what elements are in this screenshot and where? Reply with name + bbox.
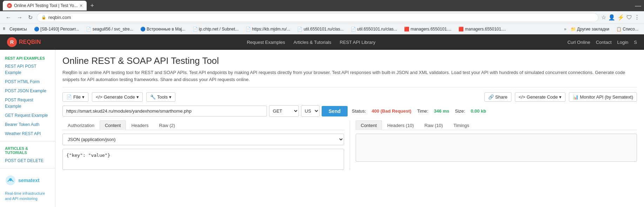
nav-right: Curl Online Contact Login S (568, 40, 637, 45)
tab-response-raw[interactable]: Raw (10) (419, 120, 448, 130)
site-wrapper: R REQBIN Request Examples Articles & Tut… (0, 34, 644, 207)
reload-btn[interactable]: ↻ (27, 14, 34, 21)
tab-close-btn[interactable]: × (80, 3, 82, 8)
bookmark-item[interactable]: 📄 https://kb.mjdm.ru/... (243, 26, 293, 32)
generate-code-right-btn[interactable]: </> Generate Code ▾ (515, 92, 566, 102)
menu-icon[interactable]: ⋮ (634, 14, 640, 21)
generate-code-right-label: Generate Code (526, 94, 558, 100)
sematext-label: sematext (18, 178, 40, 183)
nav-articles-tutorials[interactable]: Articles & Tutorials (294, 40, 331, 45)
nav-rest-api-library[interactable]: REST API Library (340, 40, 376, 45)
location-select[interactable]: US EU AS (301, 105, 320, 117)
sidebar-divider-2 (0, 168, 55, 168)
address-bar: ← → ↻ 🔒 reqbin.com ☆ 👤 ⚡ 🛡 ⋮ (0, 11, 644, 24)
content-type-select[interactable]: JSON (application/json) XML (application… (62, 134, 344, 145)
status-bar: Status: 400 (Bad Request) Time: 346 ms S… (352, 108, 637, 114)
url-input[interactable] (62, 106, 267, 116)
tab-response-headers[interactable]: Headers (10) (382, 120, 419, 130)
sidebar-item-post-get-delete[interactable]: POST GET DELETE (0, 156, 55, 165)
time-value: 346 ms (434, 108, 449, 114)
site-logo[interactable]: R REQBIN (7, 37, 41, 47)
minimize-btn[interactable]: — (635, 2, 641, 9)
extensions-icon[interactable]: ⚡ (617, 14, 624, 21)
nav-signup[interactable]: S (634, 40, 637, 45)
nav-login[interactable]: Login (617, 40, 629, 45)
logo-text: REQBIN (19, 39, 41, 45)
nav-contact[interactable]: Contact (596, 40, 612, 45)
sidebar-item-rest-post[interactable]: REST API POST Example (0, 62, 55, 77)
forward-btn[interactable]: → (15, 14, 24, 21)
file-btn[interactable]: 📄 File ▾ (62, 92, 88, 102)
response-body (356, 134, 637, 162)
sidebar-item-get-request[interactable]: GET Request Example (0, 111, 55, 120)
send-btn[interactable]: Send (322, 106, 348, 116)
bookmark-item[interactable]: 📄 util.6550101.ru/clas... (294, 26, 346, 32)
nav-links: Request Examples Articles & Tutorials RE… (55, 40, 567, 45)
list-bookmarks[interactable]: 📋 Списо... (613, 26, 641, 32)
left-panel: Authorization Content Headers Raw (2) JS… (62, 120, 344, 170)
bookmark-item[interactable]: 🔵 Встроенные в Maj... (137, 26, 188, 32)
sidebar-item-post-html[interactable]: POST HTML Form (0, 77, 55, 86)
code-right-icon: </> (519, 94, 525, 100)
tab-response-content[interactable]: Content (356, 120, 382, 130)
tab-content[interactable]: Content (100, 120, 126, 130)
generate-code-btn[interactable]: </> Generate Code ▾ (92, 92, 143, 102)
nav-curl-online[interactable]: Curl Online (568, 40, 590, 45)
bookmark-item[interactable]: 🟥 managers.6550101.... (456, 26, 509, 32)
site-nav: R REQBIN Request Examples Articles & Tut… (0, 34, 644, 50)
bookmark-item[interactable]: 📄 ip.chtp.net / Subnet... (190, 26, 242, 32)
star-icon[interactable]: ☆ (601, 14, 606, 21)
share-label: Share (495, 94, 508, 100)
generate-dropdown-icon: ▾ (136, 94, 139, 100)
right-panel: Content Headers (10) Raw (10) Timings (350, 120, 637, 170)
tools-label: Tools (157, 94, 168, 100)
file-label: File (73, 94, 81, 100)
tools-icon: 🔧 (150, 94, 156, 100)
generate-code-label: Generate Code (104, 94, 135, 100)
sidebar: REST API EXAMPLES REST API POST Example … (0, 50, 55, 207)
code-icon: </> (96, 94, 102, 100)
apps-icon[interactable]: ⠿ (3, 27, 5, 31)
sidebar-sematext-logo: sematext (0, 171, 55, 189)
tools-btn[interactable]: 🔧 Tools ▾ (146, 92, 175, 102)
monitor-btn[interactable]: 📊 Monitor API (by Sematext) (569, 92, 637, 102)
sidebar-item-post-json[interactable]: POST JSON Example (0, 86, 55, 95)
nav-request-examples[interactable]: Request Examples (247, 40, 285, 45)
back-btn[interactable]: ← (4, 14, 13, 21)
bookmark-item[interactable]: 📄 seagull56 / svc_stre... (83, 26, 136, 32)
sematext-desc: Real-time infrastructure and API monitor… (0, 189, 55, 203)
new-tab-btn[interactable]: + (90, 2, 94, 9)
bookmark-item[interactable]: Сервисы (7, 26, 30, 32)
tab-response-timings[interactable]: Timings (448, 120, 475, 130)
browser-chrome: R Online API Testing Tool | Test Yo... ×… (0, 0, 644, 11)
size-value: 0.00 kb (471, 108, 486, 114)
sidebar-item-bearer-token[interactable]: Bearer Token Auth (0, 120, 55, 129)
other-bookmarks[interactable]: 📁 Другие закладки (568, 26, 612, 32)
sidebar-item-post-request[interactable]: POST Request Example (0, 95, 55, 111)
tab-authorization[interactable]: Authorization (62, 120, 100, 130)
time-label: Time: (417, 108, 428, 114)
url-text: reqbin.com (48, 15, 71, 20)
status-value: 400 (Bad Request) (371, 108, 411, 114)
profile-icon[interactable]: 👤 (608, 14, 615, 21)
content-type-row: JSON (application/json) XML (application… (62, 134, 344, 145)
file-dropdown-icon: ▾ (82, 94, 85, 100)
more-bookmarks-btn[interactable]: » (564, 27, 566, 32)
main-content: REST API EXAMPLES REST API POST Example … (0, 50, 644, 207)
monitor-label: Monitor API (by Sematext) (580, 94, 633, 100)
bookmark-item[interactable]: 🟥 managers.6550101.... (401, 26, 454, 32)
tools-dropdown-icon: ▾ (169, 94, 172, 100)
sematext-logo[interactable]: sematext (5, 175, 50, 186)
tab-headers[interactable]: Headers (126, 120, 154, 130)
browser-tab[interactable]: R Online API Testing Tool | Test Yo... × (3, 1, 87, 11)
url-bar[interactable]: 🔒 reqbin.com (37, 13, 598, 22)
share-btn[interactable]: 🔗 Share (484, 92, 511, 102)
sidebar-item-weather-rest[interactable]: Weather REST API (0, 129, 55, 138)
shield-icon[interactable]: 🛡 (626, 14, 632, 21)
request-body-editor[interactable]: {"key": "value"} (62, 149, 344, 170)
page-title: Online REST & SOAP API Testing Tool (62, 55, 637, 66)
method-select[interactable]: GET POST PUT DELETE (269, 105, 299, 117)
bookmark-item[interactable]: 📄 util.6550101.ru/clas... (348, 26, 400, 32)
bookmark-item[interactable]: 🔵 [SB-1493] Репозит... (31, 26, 82, 32)
tab-raw[interactable]: Raw (2) (154, 120, 181, 130)
